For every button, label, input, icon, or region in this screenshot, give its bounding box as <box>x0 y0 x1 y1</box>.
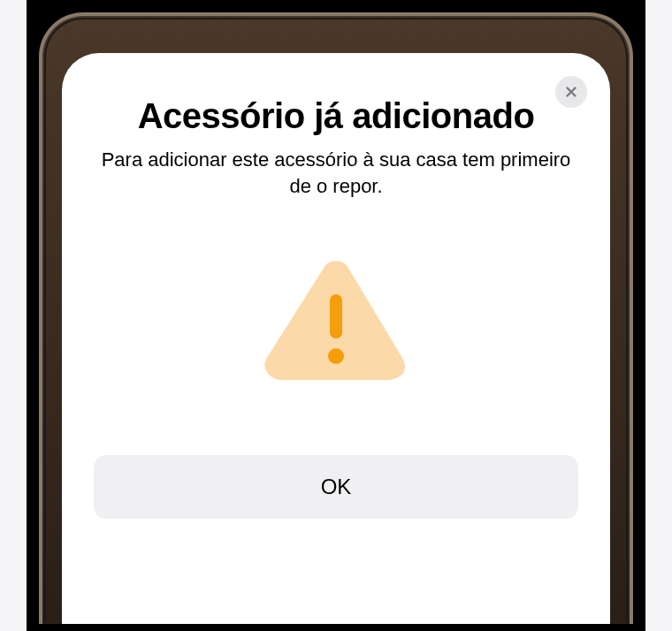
phone-frame: Acessório já adicionado Para adicionar e… <box>27 0 645 631</box>
ok-button[interactable]: OK <box>94 455 578 519</box>
modal-title: Acessório já adicionado <box>94 95 578 136</box>
phone-screen: Acessório já adicionado Para adicionar e… <box>39 12 633 624</box>
close-icon <box>563 84 579 100</box>
close-button[interactable] <box>555 76 587 108</box>
warning-icon-container <box>94 252 578 384</box>
svg-rect-0 <box>330 294 342 338</box>
warning-icon <box>261 252 411 384</box>
svg-point-1 <box>328 348 344 364</box>
alert-modal: Acessório já adicionado Para adicionar e… <box>62 53 610 624</box>
modal-description: Para adicionar este acessório à sua casa… <box>94 147 578 199</box>
